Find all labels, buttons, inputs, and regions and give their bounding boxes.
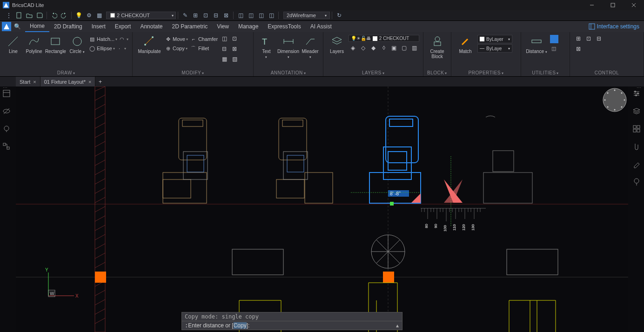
- close-icon[interactable]: ×: [33, 79, 36, 85]
- ctrl-2[interactable]: ⊡: [584, 34, 593, 43]
- refresh-icon[interactable]: ↻: [335, 11, 343, 20]
- command-line[interactable]: Copy mode: single copy :Enter distance o…: [181, 312, 402, 330]
- text-button[interactable]: TText▾: [257, 34, 275, 60]
- mod-tool-4[interactable]: ⊠: [230, 44, 239, 53]
- dimension-button[interactable]: Dimension▾: [277, 34, 299, 60]
- mod-tool-2[interactable]: ⊡: [230, 34, 239, 43]
- save-icon[interactable]: [35, 11, 44, 20]
- new-icon[interactable]: [15, 11, 23, 20]
- window-close-button[interactable]: [623, 0, 644, 10]
- layer-tool-5[interactable]: ▣: [389, 44, 399, 52]
- mod-tool-6[interactable]: ▧: [230, 54, 239, 64]
- clip-icon[interactable]: [632, 142, 642, 152]
- gear-icon[interactable]: ⚙: [85, 11, 93, 20]
- new-tab-button[interactable]: +: [95, 77, 105, 86]
- copy-button[interactable]: ⊕Copy▾: [164, 44, 188, 53]
- menu-export[interactable]: Export: [110, 21, 136, 32]
- layer-tool-6[interactable]: ▢: [400, 44, 409, 52]
- tool-icon[interactable]: ✎: [181, 11, 189, 20]
- mod-tool-3[interactable]: ⊟: [220, 44, 229, 53]
- command-input[interactable]: :Enter distance or [Copy]:: [182, 321, 393, 330]
- close-icon[interactable]: ×: [88, 79, 91, 85]
- menu-manage[interactable]: Manage: [234, 21, 263, 32]
- menu-insert[interactable]: Insert: [87, 21, 110, 32]
- layers-button[interactable]: Layers: [327, 34, 347, 54]
- layer-tool-1[interactable]: ◈: [349, 44, 358, 52]
- tool2-icon[interactable]: ⊞: [191, 11, 200, 20]
- svg-rect-132: [232, 249, 283, 275]
- line-button[interactable]: Line: [4, 34, 23, 54]
- app-menu-button[interactable]: [2, 22, 11, 31]
- bulb-icon[interactable]: [2, 125, 12, 134]
- command-expand-icon[interactable]: ▴: [393, 322, 402, 329]
- undo-icon[interactable]: [50, 11, 58, 20]
- ellipse-button[interactable]: ◯Ellipse ▾ ·▾: [88, 44, 128, 53]
- redo-icon[interactable]: [60, 11, 68, 20]
- layers-icon[interactable]: [632, 107, 642, 116]
- bulb-icon[interactable]: 💡: [74, 11, 83, 20]
- rectangle-button[interactable]: Rectangle: [45, 34, 66, 54]
- cube4-icon[interactable]: ◫: [267, 11, 275, 20]
- match-button[interactable]: Match: [455, 34, 476, 54]
- sheet-icon[interactable]: [2, 89, 12, 99]
- distance-button[interactable]: Distance ▾: [525, 34, 548, 54]
- window-minimize-button[interactable]: [581, 0, 602, 10]
- fillet-button[interactable]: ⌒Fillet: [190, 44, 218, 53]
- visibility-icon[interactable]: [2, 107, 12, 116]
- layer-tool-3[interactable]: ◆: [369, 44, 378, 52]
- mleader-button[interactable]: Mleader▾: [301, 34, 319, 60]
- open-icon[interactable]: [25, 11, 34, 20]
- svg-line-57: [95, 197, 105, 203]
- search-icon[interactable]: 🔍: [14, 23, 25, 30]
- hatch-button[interactable]: ▨Hatch... ▾ ◠▾: [88, 35, 128, 43]
- cube3-icon[interactable]: ◫: [257, 11, 265, 20]
- cube1-icon[interactable]: ◫: [236, 11, 245, 20]
- tab-fixture-layout[interactable]: 01 Fixture Layout*×: [40, 77, 96, 86]
- menu-2d-drafting[interactable]: 2D Drafting: [49, 21, 87, 32]
- tool5-icon[interactable]: ⊠: [222, 11, 230, 20]
- ctrl-3[interactable]: ⊟: [594, 34, 604, 43]
- cube2-icon[interactable]: ◫: [247, 11, 255, 20]
- erase-icon[interactable]: [632, 160, 642, 169]
- drag-handle-icon[interactable]: ⋮: [5, 11, 13, 20]
- menu-annotate[interactable]: Annotate: [135, 21, 167, 32]
- window-maximize-button[interactable]: [602, 0, 623, 10]
- lookfrom-widget[interactable]: [602, 87, 627, 113]
- mod-tool-5[interactable]: ▦: [220, 54, 229, 64]
- manipulate-button[interactable]: Manipulate: [136, 34, 162, 54]
- ctrl-4[interactable]: ⊠: [574, 44, 583, 53]
- tree-icon[interactable]: [2, 142, 12, 152]
- menu-ai-assist[interactable]: AI Assist: [306, 21, 336, 32]
- sliders-icon[interactable]: [632, 89, 642, 99]
- menu-2d-parametric[interactable]: 2D Parametric: [167, 21, 212, 32]
- layer-tool-4[interactable]: ◊: [379, 44, 389, 52]
- ctrl-1[interactable]: ⊞: [574, 34, 583, 43]
- balloon-icon[interactable]: [632, 178, 642, 187]
- menu-home[interactable]: Home: [25, 21, 49, 32]
- menu-icon[interactable]: ▦: [95, 11, 103, 20]
- chamfer-button[interactable]: ⌐Chamfer: [190, 35, 218, 43]
- util-2[interactable]: ◫: [550, 44, 558, 53]
- grid-icon[interactable]: [632, 125, 642, 134]
- layer-current-dropdown[interactable]: 💡 ☀ 🔓 🖶 2 CHECKOUT: [349, 35, 419, 42]
- menu-view[interactable]: View: [212, 21, 234, 32]
- interface-settings-button[interactable]: Interface settings: [589, 23, 644, 30]
- svg-line-50: [95, 132, 105, 138]
- color-dropdown[interactable]: ByLayer▾: [477, 35, 512, 43]
- linetype-dropdown[interactable]: ByLaye▾: [477, 44, 512, 53]
- tool4-icon[interactable]: ⊟: [212, 11, 220, 20]
- create-block-button[interactable]: Create Block: [427, 34, 447, 59]
- move-button[interactable]: ✥Move▾: [164, 35, 188, 43]
- tool3-icon[interactable]: ⊡: [201, 11, 210, 20]
- visual-style-dropdown[interactable]: 2dWireframe ▾: [283, 12, 330, 19]
- mod-tool-1[interactable]: ◫: [220, 34, 229, 43]
- tab-start[interactable]: Start×: [16, 77, 40, 86]
- util-1[interactable]: [550, 35, 558, 43]
- circle-button[interactable]: Circle ▾: [67, 34, 87, 54]
- menu-expresstools[interactable]: ExpressTools: [263, 21, 305, 32]
- qat-layer-dropdown[interactable]: 2 CHECKOUT ▾: [106, 12, 176, 19]
- layer-tool-7[interactable]: ▥: [410, 44, 419, 52]
- layer-tool-2[interactable]: ◇: [359, 44, 368, 52]
- drawing-canvas[interactable]: 8' -8" 80 90 100 110 120 130: [16, 86, 628, 332]
- polyline-button[interactable]: Polyline: [25, 34, 44, 54]
